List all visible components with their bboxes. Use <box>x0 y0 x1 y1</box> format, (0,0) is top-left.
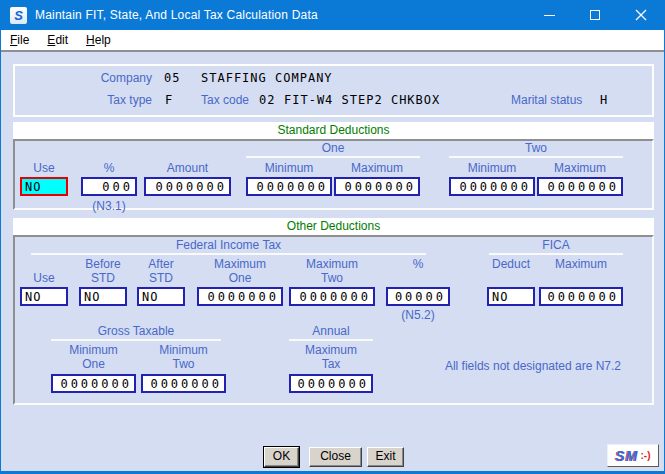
other-deductions-header: Other Deductions <box>13 218 654 235</box>
gross-min-one-field[interactable]: 0000000 <box>51 374 136 393</box>
sd-percent-label: % <box>81 161 137 175</box>
minimize-icon <box>544 15 555 16</box>
annual-underline <box>289 339 373 341</box>
fit-max-one-field[interactable]: 0000000 <box>197 287 283 306</box>
company-label: Company <box>61 71 152 85</box>
sm-logo-text: SM <box>616 448 639 464</box>
fica-group-underline <box>489 253 623 255</box>
fit-after-label-line1: After <box>137 257 185 271</box>
tax-type-value: F <box>165 93 173 107</box>
annual-max-tax-label-line2: Tax <box>289 357 373 371</box>
gross-min-one-label-line2: One <box>51 357 136 371</box>
sm-logo-badge: SM :-) <box>607 444 659 467</box>
title-bar: S Maintain FIT, State, And Local Tax Cal… <box>1 0 664 30</box>
fica-group-label: FICA <box>489 238 623 252</box>
sd-one-min-label: Minimum <box>246 161 332 175</box>
minimize-button[interactable] <box>526 0 572 30</box>
app-icon: S <box>10 7 27 24</box>
app-icon-letter: S <box>14 8 23 23</box>
fit-before-std-field[interactable]: NO <box>79 287 127 306</box>
fields-format-note: All fields not designated are N7.2 <box>433 359 633 373</box>
menu-help[interactable]: Help <box>77 31 120 49</box>
ok-button[interactable]: OK <box>264 447 299 467</box>
fica-maximum-field[interactable]: 0000000 <box>539 287 623 306</box>
fica-deduct-field[interactable]: NO <box>487 287 535 306</box>
sd-use-label: Use <box>20 161 68 175</box>
fit-max-two-label-line2: Two <box>289 271 375 285</box>
group-one-underline <box>246 156 420 158</box>
fit-after-std-field[interactable]: NO <box>137 287 185 306</box>
fit-max-one-label-line2: One <box>197 271 283 285</box>
close-button[interactable] <box>618 0 664 30</box>
group-two-underline <box>449 156 623 158</box>
tax-type-label: Tax type <box>61 93 152 107</box>
fit-use-field[interactable]: NO <box>20 287 68 306</box>
menu-bar: File Edit Help <box>1 30 664 52</box>
annual-group-label: Annual <box>289 324 373 338</box>
group-one-label: One <box>246 141 420 155</box>
menu-edit[interactable]: Edit <box>38 31 77 49</box>
company-name-value: STAFFING COMPANY <box>201 71 333 85</box>
sd-one-min-field[interactable]: 0000000 <box>246 177 332 196</box>
fica-deduct-label: Deduct <box>487 257 535 271</box>
sd-percent-format-note: (N3.1) <box>81 199 137 213</box>
fica-maximum-label: Maximum <box>539 257 623 271</box>
close-dialog-button[interactable]: Close <box>309 447 362 467</box>
sd-two-max-label: Maximum <box>537 161 623 175</box>
gross-min-two-field[interactable]: 0000000 <box>141 374 226 393</box>
sd-one-max-field[interactable]: 0000000 <box>334 177 420 196</box>
dialog-window: S Maintain FIT, State, And Local Tax Cal… <box>0 0 665 474</box>
smiley-icon: :-) <box>641 450 651 461</box>
marital-status-label: Marital status <box>511 93 581 107</box>
sd-two-min-label: Minimum <box>449 161 535 175</box>
exit-button[interactable]: Exit <box>367 447 404 467</box>
sd-one-max-label: Maximum <box>334 161 420 175</box>
gross-taxable-underline <box>51 339 221 341</box>
sd-amount-label: Amount <box>144 161 231 175</box>
sd-use-field[interactable]: NO <box>20 177 68 196</box>
fit-max-two-field[interactable]: 0000000 <box>289 287 375 306</box>
fit-before-label-line1: Before <box>79 257 127 271</box>
annual-max-tax-field[interactable]: 0000000 <box>289 374 373 393</box>
tax-code-name-value: FIT-W4 STEP2 CHKBOX <box>284 93 440 107</box>
company-code-value: 05 <box>164 71 180 85</box>
maximize-button[interactable] <box>572 0 618 30</box>
close-icon <box>635 9 647 21</box>
sd-amount-field[interactable]: 0000000 <box>144 177 231 196</box>
gross-min-one-label-line1: Minimum <box>51 343 136 357</box>
fit-before-label-line2: STD <box>79 271 127 285</box>
annual-max-tax-label-line1: Maximum <box>289 343 373 357</box>
gross-taxable-group-label: Gross Taxable <box>51 324 221 338</box>
tax-code-label: Tax code <box>201 93 251 107</box>
window-title: Maintain FIT, State, And Local Tax Calcu… <box>35 8 318 22</box>
sd-percent-field[interactable]: 000 <box>81 177 137 196</box>
marital-status-value: H <box>600 93 608 107</box>
sd-two-min-field[interactable]: 0000000 <box>449 177 535 196</box>
caption-buttons <box>526 0 664 30</box>
fit-use-label: Use <box>20 271 68 285</box>
fit-group-underline <box>31 253 426 255</box>
fit-percent-field[interactable]: 00000 <box>386 287 450 306</box>
gross-min-two-label-line1: Minimum <box>141 343 226 357</box>
gross-min-two-label-line2: Two <box>141 357 226 371</box>
fit-max-two-label-line1: Maximum <box>289 257 375 271</box>
tax-code-value: 02 <box>259 93 275 107</box>
group-two-label: Two <box>449 141 623 155</box>
fit-percent-format-note: (N5.2) <box>386 308 450 322</box>
standard-deductions-header: Standard Deductions <box>13 122 654 139</box>
fit-group-label: Federal Income Tax <box>31 238 426 252</box>
sd-two-max-field[interactable]: 0000000 <box>537 177 623 196</box>
maximize-icon <box>590 10 600 20</box>
fit-max-one-label-line1: Maximum <box>197 257 283 271</box>
fit-percent-label: % <box>386 257 450 271</box>
fit-after-label-line2: STD <box>137 271 185 285</box>
menu-file[interactable]: File <box>1 31 38 49</box>
